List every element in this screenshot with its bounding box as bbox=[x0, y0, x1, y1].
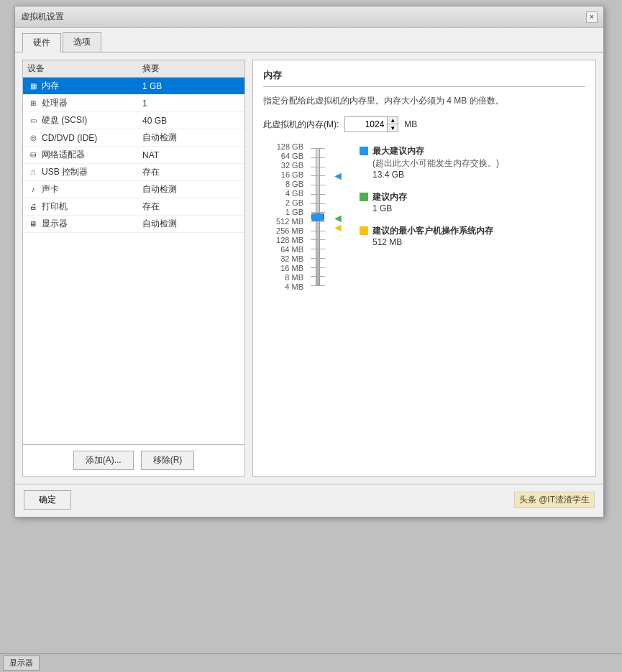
memory-input-label: 此虚拟机的内存(M): bbox=[263, 119, 339, 131]
label-16gb: 16 GB bbox=[281, 170, 303, 180]
device-name-hdd: ▭ 硬盘 (SCSI) bbox=[27, 114, 142, 126]
legend-square-green bbox=[360, 193, 368, 201]
device-row-usb[interactable]: ⎍ USB 控制器 存在 bbox=[23, 164, 244, 181]
device-row-memory[interactable]: ▦ 内存 1 GB bbox=[23, 78, 244, 95]
device-row-display[interactable]: 🖥 显示器 自动检测 bbox=[23, 216, 244, 233]
device-row-sound[interactable]: ♪ 声卡 自动检测 bbox=[23, 181, 244, 198]
device-summary-display: 自动检测 bbox=[142, 218, 240, 230]
device-summary-hdd: 40 GB bbox=[142, 116, 240, 126]
legend-min-guest: 建议的最小客户机操作系统内存 512 MB bbox=[360, 225, 585, 247]
device-table: 设备 摘要 ▦ 内存 1 GB ⊞ bbox=[23, 60, 244, 444]
label-16mb: 16 MB bbox=[280, 264, 303, 273]
min-mem-arrow: ◄ bbox=[332, 222, 344, 234]
legend-area: 最大建议内存 (超出此大小可能发生内存交换。) 13.4 GB 建议内存 bbox=[354, 142, 585, 292]
device-row-cpu[interactable]: ⊞ 处理器 1 bbox=[23, 95, 244, 112]
printer-icon: 🖨 bbox=[27, 203, 39, 211]
memory-input-wrap: ▲ ▼ bbox=[344, 116, 398, 132]
label-128mb: 128 MB bbox=[276, 236, 303, 245]
left-panel: 设备 摘要 ▦ 内存 1 GB ⊞ bbox=[22, 60, 245, 477]
label-8gb: 8 GB bbox=[285, 180, 303, 189]
legend-max-text: 最大建议内存 (超出此大小可能发生内存交换。) 13.4 GB bbox=[372, 145, 499, 180]
legend-max-mem: 最大建议内存 (超出此大小可能发生内存交换。) 13.4 GB bbox=[360, 145, 585, 180]
header-device: 设备 bbox=[27, 63, 142, 75]
label-128gb: 128 GB bbox=[277, 142, 303, 152]
network-icon: ⛁ bbox=[27, 151, 39, 160]
legend-recommended-title: 建议内存 bbox=[372, 191, 407, 203]
device-row-hdd[interactable]: ▭ 硬盘 (SCSI) 40 GB bbox=[23, 112, 244, 129]
label-64mb: 64 MB bbox=[280, 245, 303, 254]
cpu-icon: ⊞ bbox=[27, 99, 39, 108]
device-summary-dvd: 自动检测 bbox=[142, 132, 240, 144]
legend-recommended-text: 建议内存 1 GB bbox=[372, 191, 407, 213]
device-summary-usb: 存在 bbox=[142, 166, 240, 178]
window-title: 虚拟机设置 bbox=[21, 11, 64, 23]
legend-max-subtitle: (超出此大小可能发生内存交换。) bbox=[372, 157, 499, 170]
spinner-buttons: ▲ ▼ bbox=[387, 117, 398, 132]
right-panel: 内存 指定分配给此虚拟机的内存里。内存大小必须为 4 MB 的倍数。 此虚拟机的… bbox=[252, 60, 596, 477]
device-row-net[interactable]: ⛁ 网络适配器 NAT bbox=[23, 147, 244, 164]
device-name-dvd: ◎ CD/DVD (IDE) bbox=[27, 133, 142, 143]
left-buttons: 添加(A)... 移除(R) bbox=[23, 444, 244, 476]
slider-track-container[interactable] bbox=[311, 142, 325, 292]
device-name-sound: ♪ 声卡 bbox=[27, 183, 142, 195]
device-name-usb: ⎍ USB 控制器 bbox=[27, 166, 142, 178]
device-summary-net: NAT bbox=[142, 150, 240, 160]
remove-device-button[interactable]: 移除(R) bbox=[141, 451, 195, 470]
label-64gb: 64 GB bbox=[281, 152, 303, 161]
device-table-header: 设备 摘要 bbox=[23, 60, 244, 78]
display-icon: 🖥 bbox=[27, 220, 39, 229]
device-summary-printer: 存在 bbox=[142, 201, 240, 213]
legend-min-value: 512 MB bbox=[372, 237, 493, 247]
device-summary-memory: 1 GB bbox=[142, 81, 240, 91]
sound-icon: ♪ bbox=[27, 185, 39, 194]
label-1gb: 1 GB bbox=[285, 208, 303, 217]
dvd-icon: ◎ bbox=[27, 134, 39, 142]
legend-min-text: 建议的最小客户机操作系统内存 512 MB bbox=[372, 225, 493, 247]
usb-icon: ⎍ bbox=[27, 168, 39, 177]
spin-up-button[interactable]: ▲ bbox=[388, 117, 398, 124]
hdd-icon: ▭ bbox=[27, 116, 39, 125]
legend-max-value: 13.4 GB bbox=[372, 170, 499, 180]
taskbar-item[interactable]: 显示器 bbox=[3, 655, 40, 671]
bottom-bar: 确定 头条 @IT渣渣学生 bbox=[15, 484, 603, 517]
legend-max-title: 最大建议内存 bbox=[372, 145, 499, 157]
device-row-printer[interactable]: 🖨 打印机 存在 bbox=[23, 198, 244, 216]
add-device-button[interactable]: 添加(A)... bbox=[73, 451, 134, 470]
device-row-dvd[interactable]: ◎ CD/DVD (IDE) 自动检测 bbox=[23, 129, 244, 147]
legend-recommended: 建议内存 1 GB bbox=[360, 191, 585, 213]
section-title: 内存 bbox=[263, 69, 585, 87]
header-summary: 摘要 bbox=[142, 63, 240, 75]
legend-recommended-value: 1 GB bbox=[372, 203, 407, 213]
label-8mb: 8 MB bbox=[285, 273, 303, 282]
confirm-button[interactable]: 确定 bbox=[24, 490, 71, 510]
close-button[interactable]: × bbox=[586, 11, 598, 23]
device-name-memory: ▦ 内存 bbox=[27, 80, 142, 92]
legend-square-blue bbox=[360, 147, 368, 155]
slider-area: 128 GB 64 GB 32 GB 16 GB 8 GB 4 GB 2 GB … bbox=[263, 142, 585, 292]
label-4gb: 4 GB bbox=[285, 189, 303, 198]
label-32mb: 32 MB bbox=[280, 254, 303, 264]
memory-section: 内存 指定分配给此虚拟机的内存里。内存大小必须为 4 MB 的倍数。 此虚拟机的… bbox=[252, 60, 596, 477]
label-4mb: 4 MB bbox=[285, 282, 303, 292]
device-summary-sound: 自动检测 bbox=[142, 183, 240, 195]
label-512mb: 512 MB bbox=[276, 217, 303, 226]
title-bar: 虚拟机设置 × bbox=[15, 6, 603, 28]
spin-down-button[interactable]: ▼ bbox=[388, 124, 398, 132]
memory-input[interactable] bbox=[345, 118, 387, 131]
tab-options[interactable]: 选项 bbox=[63, 32, 101, 52]
legend-square-yellow bbox=[360, 226, 368, 235]
watermark: 头条 @IT渣渣学生 bbox=[514, 492, 595, 508]
device-name-net: ⛁ 网络适配器 bbox=[27, 149, 142, 161]
slider-labels: 128 GB 64 GB 32 GB 16 GB 8 GB 4 GB 2 GB … bbox=[263, 142, 303, 292]
memory-unit: MB bbox=[404, 119, 417, 129]
memory-input-row: 此虚拟机的内存(M): ▲ ▼ MB bbox=[263, 116, 585, 132]
device-name-cpu: ⊞ 处理器 bbox=[27, 97, 142, 109]
label-256mb: 256 MB bbox=[276, 226, 303, 236]
content-area: 设备 摘要 ▦ 内存 1 GB ⊞ bbox=[15, 52, 603, 484]
device-summary-cpu: 1 bbox=[142, 98, 240, 109]
tab-hardware[interactable]: 硬件 bbox=[22, 33, 61, 52]
device-name-printer: 🖨 打印机 bbox=[27, 201, 142, 213]
label-32gb: 32 GB bbox=[281, 161, 303, 170]
max-mem-arrow: ◄ bbox=[332, 170, 344, 182]
slider-thumb[interactable] bbox=[311, 213, 324, 221]
